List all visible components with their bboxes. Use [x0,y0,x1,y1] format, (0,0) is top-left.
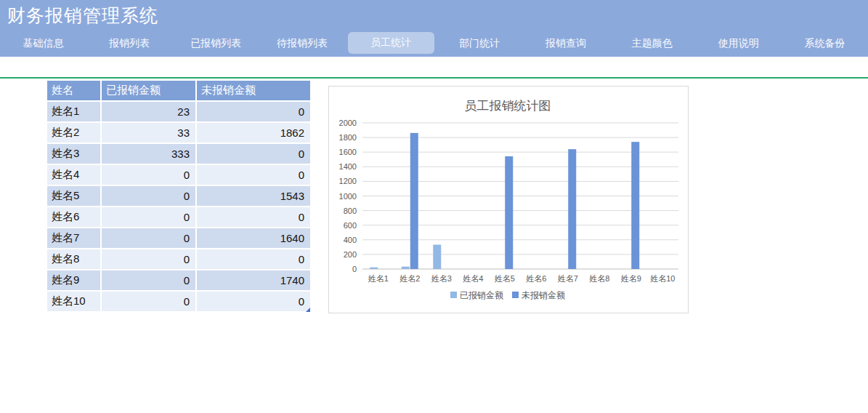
bar [505,156,513,269]
reimbursed-cell[interactable]: 0 [101,228,196,249]
reimbursed-cell[interactable]: 0 [101,249,196,270]
nav-tab-reimbursed-list[interactable]: 已报销列表 [173,31,259,57]
page-title: 财务报销管理系统 [7,4,158,28]
legend-label: 未报销金额 [522,290,565,300]
table-row: 姓名701640 [47,228,311,249]
name-cell[interactable]: 姓名8 [47,249,101,270]
legend-swatch-reimbursed [450,292,457,298]
column-header-unreimbursed: 未报销金额 [196,81,311,101]
legend-label: 已报销金额 [460,290,503,300]
table-row: 姓名400 [47,164,311,185]
name-cell[interactable]: 姓名9 [47,270,101,291]
unreimbursed-cell[interactable]: 0 [196,249,311,270]
nav-tab-reimburse-list[interactable]: 报销列表 [86,31,173,57]
svg-text:600: 600 [344,221,357,230]
name-cell[interactable]: 姓名1 [47,101,101,122]
name-cell[interactable]: 姓名3 [47,143,101,164]
name-cell[interactable]: 姓名4 [47,164,101,185]
reimbursed-cell[interactable]: 0 [101,270,196,291]
bar [370,268,378,269]
nav-tab-system-backup[interactable]: 系统备份 [782,31,868,57]
svg-text:姓名6: 姓名6 [526,274,546,283]
reimbursed-cell[interactable]: 33 [101,122,196,143]
svg-text:1200: 1200 [339,177,357,185]
name-cell[interactable]: 姓名6 [47,206,101,228]
bar [568,149,576,269]
svg-text:1000: 1000 [339,192,357,201]
table-header-row: 姓名 已报销金额 未报销金额 [47,81,311,101]
svg-text:姓名1: 姓名1 [368,274,389,283]
svg-text:姓名3: 姓名3 [431,274,452,283]
name-cell[interactable]: 姓名2 [47,122,101,143]
svg-text:姓名10: 姓名10 [650,274,675,283]
svg-text:姓名9: 姓名9 [621,274,641,283]
unreimbursed-cell[interactable]: 1740 [196,270,311,291]
unreimbursed-cell[interactable]: 0 [196,206,311,228]
reimbursed-cell[interactable]: 23 [101,101,196,122]
nav-tab-theme-color[interactable]: 主题颜色 [609,31,695,57]
unreimbursed-cell[interactable]: 0 [196,164,311,185]
nav-tab-reimburse-query[interactable]: 报销查询 [522,31,609,57]
app-root: 财务报销管理系统 基础信息报销列表已报销列表待报销列表员工统计部门统计报销查询主… [0,0,868,413]
reimbursed-cell[interactable]: 0 [101,206,196,228]
column-header-reimbursed: 已报销金额 [101,81,196,101]
svg-text:400: 400 [344,236,357,244]
chart-title: 员工报销统计图 [465,99,551,113]
table-resize-handle[interactable] [306,308,310,312]
svg-text:1400: 1400 [339,162,357,171]
unreimbursed-cell[interactable]: 1640 [196,228,311,249]
employee-chart-svg: 员工报销统计图020040060080010001200140016001800… [329,87,686,311]
nav-tab-basic-info[interactable]: 基础信息 [0,31,86,57]
svg-text:姓名5: 姓名5 [495,274,515,283]
svg-text:1800: 1800 [339,133,357,142]
reimbursed-cell[interactable]: 0 [101,185,196,206]
table-row: 姓名501543 [47,185,311,206]
name-cell[interactable]: 姓名10 [47,291,101,312]
x-axis-labels: 姓名1姓名2姓名3姓名4姓名5姓名6姓名7姓名8姓名9姓名10 [368,274,676,283]
bar-series-unreimbursed [410,133,640,269]
table-row: 姓名901740 [47,270,311,291]
chart-gridlines [362,123,678,269]
unreimbursed-cell[interactable]: 0 [196,291,311,312]
y-axis-labels: 0200400600800100012001400160018002000 [339,119,357,273]
bar [402,267,410,269]
app-header: 财务报销管理系统 [0,0,868,31]
svg-text:0: 0 [352,265,357,273]
reimbursed-cell[interactable]: 333 [101,143,196,164]
employee-table: 姓名 已报销金额 未报销金额 姓名1230姓名2331862姓名33330姓名4… [47,81,312,313]
nav-tab-pending-list[interactable]: 待报销列表 [259,31,346,57]
reimbursed-cell[interactable]: 0 [101,291,196,312]
bar [433,245,441,269]
table-row: 姓名33330 [47,143,311,164]
table-body: 姓名1230姓名2331862姓名33330姓名400姓名501543姓名600… [47,101,311,312]
svg-text:200: 200 [344,250,357,259]
table-row: 姓名600 [47,206,311,228]
name-cell[interactable]: 姓名7 [47,228,101,249]
svg-text:姓名4: 姓名4 [463,274,483,283]
bar [410,133,418,269]
table-row: 姓名1230 [47,101,311,122]
svg-text:1600: 1600 [339,148,357,156]
svg-text:姓名7: 姓名7 [558,274,578,283]
unreimbursed-cell[interactable]: 0 [196,143,311,164]
green-divider [0,77,868,79]
unreimbursed-cell[interactable]: 0 [196,101,311,122]
bar [631,142,639,269]
table-row: 姓名800 [47,249,311,270]
chart-legend: 已报销金额未报销金额 [450,290,565,300]
nav-tab-employee-stats[interactable]: 员工统计 [348,32,434,54]
svg-text:姓名8: 姓名8 [589,274,609,283]
nav-tab-department-stats[interactable]: 部门统计 [437,31,523,57]
bar-series-reimbursed [370,245,441,269]
svg-text:姓名2: 姓名2 [399,274,420,283]
nav-bar: 基础信息报销列表已报销列表待报销列表员工统计部门统计报销查询主题颜色使用说明系统… [0,31,868,57]
table-row: 姓名2331862 [47,122,311,143]
reimbursed-cell[interactable]: 0 [101,164,196,185]
name-cell[interactable]: 姓名5 [47,185,101,206]
unreimbursed-cell[interactable]: 1543 [196,185,311,206]
nav-tab-usage-help[interactable]: 使用说明 [695,31,782,57]
legend-swatch-unreimbursed [512,292,519,298]
svg-text:800: 800 [344,206,357,215]
table-row: 姓名1000 [47,291,311,312]
unreimbursed-cell[interactable]: 1862 [196,122,311,143]
